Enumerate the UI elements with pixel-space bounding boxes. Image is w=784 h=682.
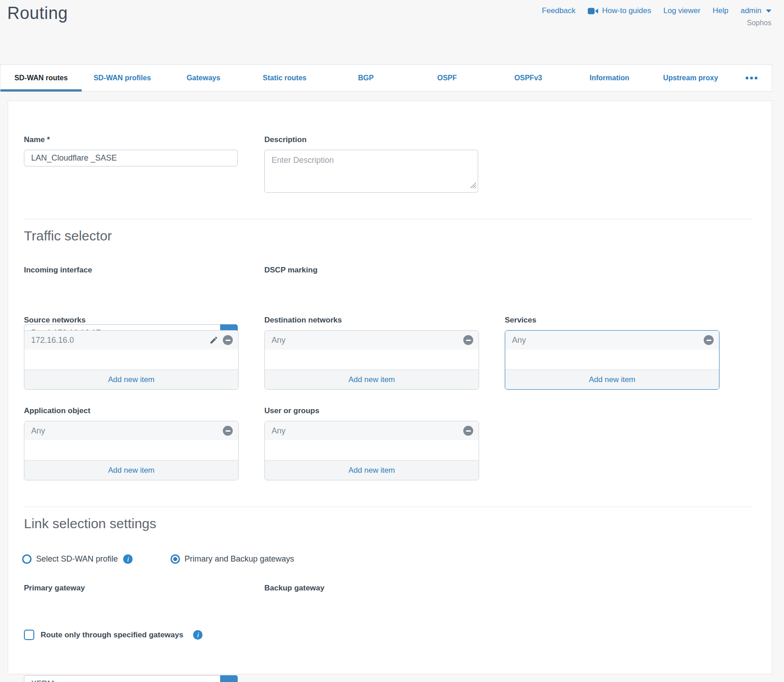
user-or-groups-listbox: Any Add new item — [264, 421, 479, 480]
tab-upstream-proxy[interactable]: Upstream proxy — [650, 65, 731, 91]
page-title: Routing — [7, 4, 68, 23]
list-item-label: Any — [272, 426, 286, 436]
add-new-item-button[interactable]: Add new item — [265, 369, 479, 389]
help-label: Help — [713, 6, 729, 15]
tab-label: OSPF — [437, 74, 457, 82]
primary-backup-radio-row: Primary and Backup gateways — [171, 554, 294, 564]
remove-item-icon[interactable] — [463, 335, 473, 345]
list-item: 172.16.16.0 — [24, 331, 238, 350]
services-label: Services — [505, 316, 536, 325]
description-field-wrap — [264, 150, 478, 193]
tab-sdwan-profiles[interactable]: SD-WAN profiles — [82, 65, 163, 91]
add-new-item-button[interactable]: Add new item — [24, 460, 238, 480]
description-textarea[interactable] — [264, 150, 478, 193]
dropdown-arrow-icon[interactable] — [220, 675, 238, 682]
video-camera-icon — [588, 7, 599, 15]
required-asterisk: * — [47, 135, 50, 144]
add-new-item-button[interactable]: Add new item — [265, 460, 479, 480]
user-or-groups-label: User or groups — [264, 406, 319, 415]
tab-information[interactable]: Information — [569, 65, 650, 91]
edit-pencil-icon[interactable] — [209, 336, 218, 345]
link-selection-heading: Link selection settings — [24, 516, 157, 531]
sdwan-profile-radio-row: Select SD-WAN profile i — [22, 554, 133, 564]
tab-label: OSPFv3 — [514, 74, 542, 82]
tab-label: Gateways — [187, 74, 221, 82]
route-only-checkbox[interactable] — [24, 630, 34, 640]
tab-label: SD-WAN routes — [14, 74, 68, 82]
source-networks-listbox: 172.16.16.0 Add new item — [24, 330, 239, 390]
remove-item-icon[interactable] — [463, 426, 473, 436]
tab-label: Upstream proxy — [663, 74, 718, 82]
incoming-interface-label: Incoming interface — [24, 266, 92, 275]
tab-gateways[interactable]: Gateways — [163, 65, 244, 91]
list-item-label: Any — [31, 426, 45, 436]
route-only-checkbox-label: Route only through specified gateways — [41, 631, 183, 640]
list-item-label: Any — [272, 336, 286, 345]
primary-gateway-label: Primary gateway — [24, 584, 85, 593]
tab-label: Information — [590, 74, 629, 82]
backup-gateway-label: Backup gateway — [264, 584, 324, 593]
help-link[interactable]: Help — [713, 6, 729, 15]
primary-gateway-value: XFRM — [31, 676, 54, 682]
application-object-label: Application object — [24, 406, 90, 415]
list-item-label: 172.16.16.0 — [31, 336, 74, 345]
primary-gateway-select[interactable]: XFRM — [24, 675, 238, 682]
section-divider — [24, 219, 752, 219]
add-new-item-button[interactable]: Add new item — [24, 369, 238, 389]
tab-sdwan-routes[interactable]: SD-WAN routes — [0, 65, 82, 91]
primary-backup-radio-label: Primary and Backup gateways — [184, 554, 294, 564]
tab-bgp[interactable]: BGP — [325, 65, 406, 91]
info-icon[interactable]: i — [123, 554, 133, 564]
list-item: Any — [24, 421, 238, 440]
list-item: Any — [265, 421, 479, 440]
admin-menu[interactable]: admin — [741, 6, 771, 15]
list-item-label: Any — [512, 336, 526, 345]
remove-item-icon[interactable] — [223, 426, 233, 436]
name-input[interactable] — [24, 150, 238, 166]
sdwan-profile-radio[interactable] — [22, 554, 32, 564]
tab-ospfv3[interactable]: OSPFv3 — [488, 65, 569, 91]
tab-label: SD-WAN profiles — [93, 74, 151, 82]
list-item: Any — [265, 331, 479, 350]
tab-label: Static routes — [263, 74, 307, 82]
source-networks-label: Source networks — [24, 316, 86, 325]
feedback-label: Feedback — [542, 6, 576, 15]
add-new-item-button[interactable]: Add new item — [505, 369, 719, 389]
traffic-selector-heading: Traffic selector — [24, 228, 112, 244]
info-icon[interactable]: i — [193, 630, 203, 640]
application-object-listbox: Any Add new item — [24, 421, 239, 480]
route-only-checkbox-row: Route only through specified gateways i — [24, 630, 203, 640]
remove-item-icon[interactable] — [704, 335, 714, 345]
caret-down-icon — [766, 9, 771, 13]
brand-label: Sophos — [747, 19, 771, 27]
tab-bar: SD-WAN routes SD-WAN profiles Gateways S… — [0, 65, 772, 92]
remove-item-icon[interactable] — [223, 335, 233, 345]
description-label: Description — [264, 135, 307, 144]
routing-page: Routing Feedback How-to guides Log viewe… — [0, 0, 784, 682]
sdwan-profile-radio-label: Select SD-WAN profile — [36, 554, 118, 564]
log-viewer-label: Log viewer — [664, 6, 701, 15]
primary-backup-radio[interactable] — [171, 554, 180, 564]
name-label: Name * — [24, 135, 50, 144]
feedback-link[interactable]: Feedback — [542, 6, 576, 15]
howto-guides-label: How-to guides — [602, 6, 651, 15]
dscp-marking-label: DSCP marking — [264, 266, 318, 275]
howto-guides-link[interactable]: How-to guides — [588, 6, 651, 15]
list-item: Any — [505, 331, 719, 350]
log-viewer-link[interactable]: Log viewer — [664, 6, 701, 15]
more-tabs-icon[interactable] — [731, 65, 772, 91]
services-listbox: Any Add new item — [505, 330, 719, 390]
content-panel: Name * Description Traffic selector Inco… — [8, 101, 772, 674]
admin-label: admin — [741, 6, 761, 15]
destination-networks-label: Destination networks — [264, 316, 342, 325]
tab-ospf[interactable]: OSPF — [406, 65, 488, 91]
header-links: Feedback How-to guides Log viewer Help a… — [542, 6, 771, 15]
tab-static-routes[interactable]: Static routes — [244, 65, 325, 91]
destination-networks-listbox: Any Add new item — [264, 330, 479, 390]
tab-label: BGP — [358, 74, 374, 82]
section-divider — [24, 507, 752, 507]
